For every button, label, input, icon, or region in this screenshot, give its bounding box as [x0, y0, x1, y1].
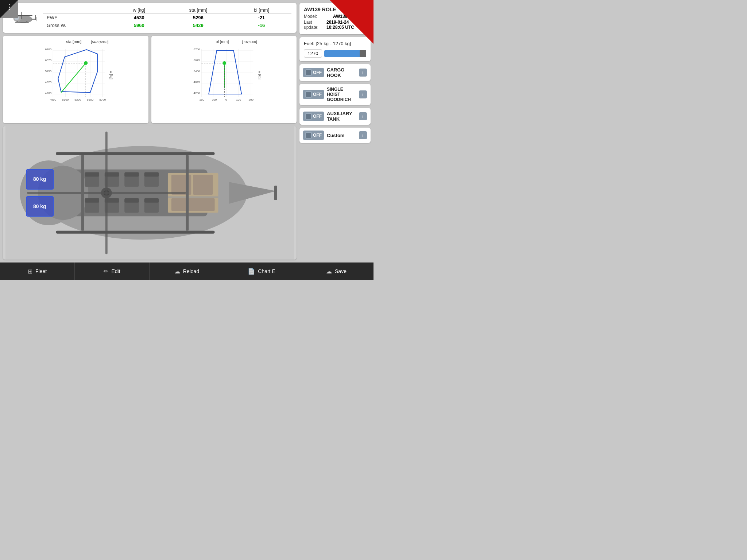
- svg-text:w [kg]: w [kg]: [109, 70, 113, 79]
- edit-label: Edit: [111, 268, 120, 274]
- reload-label: Reload: [183, 268, 199, 274]
- toggle-custom[interactable]: OFF Custom i: [299, 128, 371, 143]
- svg-rect-93: [171, 198, 215, 211]
- aux-tank-label: AUXILIARY TANK: [327, 111, 356, 122]
- fuel-slider-track[interactable]: [324, 50, 366, 57]
- svg-text:5300: 5300: [74, 98, 81, 101]
- toggle-cargo-hook[interactable]: OFF CARGO HOOK i: [299, 64, 371, 81]
- chart-bl-svg: bl [mm] [-16;5960] 6700 6075 5450 4825 4…: [154, 39, 294, 119]
- toggle-switch-aux: [305, 113, 312, 120]
- svg-text:6075: 6075: [45, 59, 51, 62]
- svg-text:100: 100: [236, 98, 241, 101]
- svg-rect-97: [105, 132, 108, 254]
- toolbar-reload-btn[interactable]: ☁ Reload: [150, 262, 224, 280]
- toggle-switch-hoist: [305, 91, 312, 98]
- custom-state: OFF: [313, 133, 322, 138]
- chart-e-icon: 📄: [248, 268, 255, 275]
- svg-text:6075: 6075: [193, 59, 200, 62]
- svg-text:bl [mm]: bl [mm]: [216, 39, 229, 44]
- svg-line-35: [61, 63, 86, 93]
- svg-text:4200: 4200: [193, 92, 200, 95]
- svg-rect-6: [16, 21, 18, 23]
- svg-text:0: 0: [225, 98, 227, 101]
- col-header-sta: sta [mm]: [165, 7, 232, 14]
- right-panel: AW139 ROLE Model: AW139 Last update: 201…: [299, 3, 371, 260]
- toggle-aux-tank[interactable]: OFF AUXILIARY TANK i: [299, 108, 371, 125]
- svg-text:4825: 4825: [45, 81, 51, 84]
- toggle-switch-custom: [305, 132, 312, 139]
- svg-point-66: [222, 61, 226, 65]
- svg-text:5500: 5500: [87, 98, 93, 101]
- svg-rect-7: [26, 21, 27, 23]
- svg-text:80 kg: 80 kg: [33, 176, 46, 182]
- reload-icon: ☁: [174, 268, 180, 275]
- toggle-single-hoist-btn[interactable]: OFF: [303, 90, 324, 99]
- aux-tank-info-btn[interactable]: i: [359, 112, 367, 120]
- svg-rect-10: [35, 15, 36, 20]
- table-row-gross: Gross W. 5960 5429 -16: [43, 22, 291, 29]
- fuel-card: Fuel: [25 kg - 1270 kg]: [299, 37, 371, 61]
- ewe-bl: -21: [232, 14, 291, 22]
- fuel-slider-thumb[interactable]: [360, 50, 366, 57]
- fuel-control: [304, 49, 366, 58]
- gross-w: 5960: [113, 22, 165, 29]
- svg-text:w [kg]: w [kg]: [258, 70, 262, 79]
- save-label: Save: [335, 268, 347, 274]
- custom-info-btn[interactable]: i: [359, 131, 367, 139]
- svg-text:5700: 5700: [99, 98, 106, 101]
- toggle-single-hoist[interactable]: OFF SINGLE HOIST GOODRICH i: [299, 84, 371, 105]
- svg-text:4825: 4825: [193, 81, 200, 84]
- info-card: w [kg] sta [mm] bl [mm] EWE 4530 5296 -2…: [3, 3, 297, 33]
- custom-label: Custom: [327, 133, 356, 138]
- svg-rect-92: [193, 175, 213, 195]
- fleet-icon: ⊞: [28, 268, 32, 275]
- toolbar-fleet-btn[interactable]: ⊞ Fleet: [0, 262, 75, 280]
- charts-row: sta [mm] [5429;5960] 6700 6075 5450 4825…: [3, 36, 297, 123]
- update-label: Last update:: [304, 20, 326, 30]
- svg-rect-98: [56, 231, 214, 234]
- single-hoist-label: SINGLE HOIST GOODRICH: [327, 87, 356, 102]
- svg-text:-100: -100: [211, 98, 217, 101]
- single-hoist-info-btn[interactable]: i: [359, 90, 367, 98]
- svg-text:5100: 5100: [62, 98, 69, 101]
- toggle-aux-tank-btn[interactable]: OFF: [303, 112, 324, 121]
- fuel-slider-fill: [324, 50, 364, 57]
- gross-bl: -16: [232, 22, 291, 29]
- fuel-input[interactable]: [304, 49, 322, 58]
- svg-rect-106: [274, 186, 277, 200]
- single-hoist-state: OFF: [313, 92, 322, 97]
- main-container: w [kg] sta [mm] bl [mm] EWE 4530 5296 -2…: [0, 0, 374, 262]
- svg-text:200: 200: [248, 98, 253, 101]
- svg-rect-86: [144, 172, 159, 177]
- table-row-ewe: EWE 4530 5296 -21: [43, 14, 291, 22]
- toolbar-edit-btn[interactable]: ✏ Edit: [75, 262, 150, 280]
- toolbar-save-btn[interactable]: ☁ Save: [299, 262, 374, 280]
- cargo-hook-info-btn[interactable]: i: [359, 69, 367, 77]
- weight-table: w [kg] sta [mm] bl [mm] EWE 4530 5296 -2…: [43, 7, 291, 29]
- cargo-hook-state: OFF: [313, 70, 322, 75]
- svg-text:[5429;5960]: [5429;5960]: [91, 40, 109, 44]
- toolbar-chart-e-btn[interactable]: 📄 Chart E: [224, 262, 299, 280]
- svg-text:5450: 5450: [193, 70, 200, 73]
- svg-text:6700: 6700: [193, 48, 200, 51]
- fleet-label: Fleet: [35, 268, 47, 274]
- ewe-sta: 5296: [165, 14, 232, 22]
- col-header-bl: bl [mm]: [232, 7, 291, 14]
- svg-text:sta [mm]: sta [mm]: [66, 39, 81, 44]
- svg-point-38: [84, 61, 88, 65]
- toolbar: ⊞ Fleet ✏ Edit ☁ Reload 📄 Chart E ☁ Save: [0, 262, 374, 280]
- cargo-hook-label: CARGO HOOK: [327, 67, 356, 78]
- svg-rect-82: [124, 172, 139, 177]
- svg-text:4900: 4900: [50, 98, 56, 101]
- chart-e-label: Chart E: [258, 268, 275, 274]
- chart-bl-box: bl [mm] [-16;5960] 6700 6075 5450 4825 4…: [151, 36, 297, 123]
- ewe-label: EWE: [43, 14, 113, 22]
- ewe-w: 4530: [113, 14, 165, 22]
- svg-text:4200: 4200: [45, 92, 51, 95]
- svg-text:80 kg: 80 kg: [33, 203, 46, 209]
- corner-fold: [0, 0, 18, 18]
- helicopter-view: 80 kg 80 kg: [3, 126, 297, 260]
- save-icon: ☁: [326, 268, 332, 275]
- toggle-cargo-hook-btn[interactable]: OFF: [303, 68, 324, 77]
- toggle-custom-btn[interactable]: OFF: [303, 131, 324, 140]
